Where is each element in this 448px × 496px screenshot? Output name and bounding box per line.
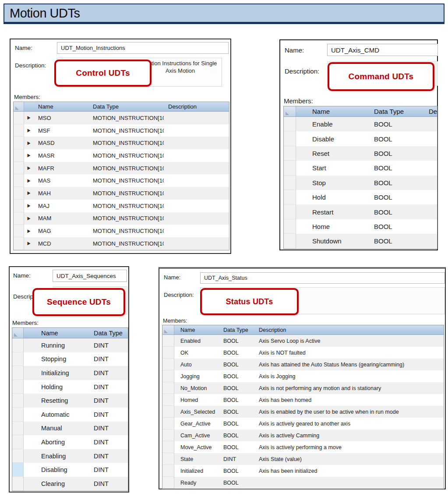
udt-name-input[interactable]: UDT_Axis_CMD: [327, 44, 438, 56]
expand-cell[interactable]: ▶: [24, 241, 34, 246]
row-selector[interactable]: [12, 422, 24, 436]
member-datatype-cell[interactable]: BOOL: [221, 350, 259, 356]
member-name-cell[interactable]: Disable: [296, 135, 370, 143]
column-header[interactable]: Description: [164, 103, 229, 110]
member-name-cell[interactable]: MAH: [34, 190, 88, 197]
member-datatype-cell[interactable]: MOTION_INSTRUCTION[10]: [88, 203, 164, 209]
row-selector[interactable]: [284, 204, 296, 219]
column-header[interactable]: Name: [24, 330, 94, 337]
row-selector[interactable]: [284, 176, 296, 190]
member-datatype-cell[interactable]: MOTION_INSTRUCTION[10]: [88, 165, 164, 172]
member-name-cell[interactable]: Enabled: [174, 338, 221, 344]
member-name-cell[interactable]: Stopping: [24, 355, 94, 362]
member-datatype-cell[interactable]: BOOL: [370, 208, 424, 216]
member-name-cell[interactable]: MAG: [34, 228, 88, 234]
member-name-cell[interactable]: Hold: [296, 193, 370, 201]
member-description-cell[interactable]: Axis has been homed: [259, 397, 444, 403]
row-selector[interactable]: [162, 418, 174, 429]
udt-name-input[interactable]: UDT_Motion_Instructions: [57, 42, 229, 54]
member-datatype-cell[interactable]: BOOL: [221, 338, 259, 344]
row-selector[interactable]: [162, 359, 174, 370]
row-selector[interactable]: [162, 477, 174, 489]
member-datatype-cell[interactable]: DINT: [94, 369, 128, 376]
member-name-cell[interactable]: State: [174, 456, 221, 462]
member-name-cell[interactable]: Aborting: [24, 439, 94, 446]
member-name-cell[interactable]: MASR: [34, 152, 88, 159]
row-selector[interactable]: [162, 429, 174, 441]
member-name-cell[interactable]: OK: [174, 350, 221, 356]
row-selector[interactable]: [12, 463, 24, 477]
expand-cell[interactable]: ▶: [24, 216, 34, 221]
expand-cell[interactable]: ▶: [24, 141, 34, 145]
expand-cell[interactable]: ▶: [24, 166, 34, 170]
member-datatype-cell[interactable]: BOOL: [370, 135, 424, 143]
member-name-cell[interactable]: Initializing: [24, 369, 94, 376]
member-name-cell[interactable]: Jogging: [174, 373, 221, 380]
member-description-cell[interactable]: Axis has been initialized: [259, 468, 444, 474]
member-datatype-cell[interactable]: BOOL: [221, 433, 259, 439]
member-datatype-cell[interactable]: BOOL: [221, 421, 259, 427]
row-selector[interactable]: [284, 234, 296, 248]
row-selector[interactable]: [12, 394, 24, 408]
member-description-cell[interactable]: Axis is Jogging: [259, 373, 444, 380]
member-name-cell[interactable]: Axis_Selected: [174, 409, 221, 415]
member-datatype-cell[interactable]: DINT: [94, 480, 128, 487]
member-datatype-cell[interactable]: MOTION_INSTRUCTION[10]: [88, 215, 164, 222]
member-datatype-cell[interactable]: DINT: [94, 342, 128, 349]
member-name-cell[interactable]: Homed: [174, 397, 221, 403]
member-datatype-cell[interactable]: DINT: [94, 383, 128, 390]
member-datatype-cell[interactable]: MOTION_INSTRUCTION[10]: [88, 228, 164, 234]
member-name-cell[interactable]: Reset: [296, 150, 370, 157]
row-selector[interactable]: [14, 149, 24, 162]
member-description-cell[interactable]: Axis is enabled by the user to be active…: [259, 409, 444, 415]
row-selector[interactable]: [12, 449, 24, 463]
row-selector[interactable]: [162, 382, 174, 394]
row-selector[interactable]: [12, 435, 24, 449]
row-selector[interactable]: [12, 380, 24, 394]
row-selector[interactable]: [14, 200, 24, 212]
row-selector[interactable]: [14, 187, 24, 200]
column-header[interactable]: Data Type: [370, 108, 424, 115]
udt-name-input[interactable]: UDT_Axis_Sequences: [53, 270, 127, 282]
row-selector[interactable]: [284, 131, 296, 146]
column-header[interactable]: Name: [296, 108, 370, 115]
row-selector[interactable]: [14, 225, 24, 237]
member-description-cell[interactable]: Axis is NOT faulted: [259, 350, 444, 356]
row-selector[interactable]: [162, 335, 174, 347]
member-name-cell[interactable]: Running: [24, 342, 94, 349]
member-datatype-cell[interactable]: BOOL: [370, 223, 424, 230]
row-selector[interactable]: [162, 465, 174, 477]
row-selector[interactable]: [14, 112, 24, 124]
member-name-cell[interactable]: Enabling: [24, 453, 94, 460]
member-datatype-cell[interactable]: BOOL: [221, 480, 259, 486]
row-selector[interactable]: [14, 162, 24, 175]
member-name-cell[interactable]: No_Motion: [174, 385, 221, 391]
member-datatype-cell[interactable]: BOOL: [221, 385, 259, 391]
expand-cell[interactable]: ▶: [24, 179, 34, 183]
member-name-cell[interactable]: Stop: [296, 179, 370, 186]
row-selector[interactable]: [284, 190, 296, 204]
member-description-cell[interactable]: Axis has attained the Auto Status Means …: [259, 362, 444, 368]
member-name-cell[interactable]: MAM: [34, 215, 88, 222]
member-datatype-cell[interactable]: BOOL: [370, 237, 424, 245]
member-datatype-cell[interactable]: BOOL: [370, 193, 424, 201]
member-datatype-cell[interactable]: MOTION_INSTRUCTION[10]: [88, 190, 164, 197]
member-name-cell[interactable]: MAS: [34, 177, 88, 184]
table-corner-cell[interactable]: [14, 102, 24, 111]
column-header[interactable]: Name: [34, 103, 88, 110]
member-name-cell[interactable]: Enable: [296, 120, 370, 128]
member-name-cell[interactable]: MASD: [34, 140, 88, 146]
column-header[interactable]: Data Type: [94, 330, 128, 337]
member-name-cell[interactable]: MAFR: [34, 165, 88, 172]
member-description-cell[interactable]: Axis is not performing any motion and is…: [259, 385, 444, 391]
member-datatype-cell[interactable]: BOOL: [221, 373, 259, 380]
member-datatype-cell[interactable]: DINT: [94, 439, 128, 446]
member-name-cell[interactable]: Start: [296, 164, 370, 172]
row-selector[interactable]: [14, 212, 24, 225]
column-header[interactable]: Description: [259, 327, 444, 333]
member-name-cell[interactable]: Auto: [174, 362, 221, 368]
member-name-cell[interactable]: Disabling: [24, 466, 94, 473]
row-selector[interactable]: [162, 441, 174, 453]
row-selector[interactable]: [162, 406, 174, 418]
expand-cell[interactable]: ▶: [24, 128, 34, 133]
